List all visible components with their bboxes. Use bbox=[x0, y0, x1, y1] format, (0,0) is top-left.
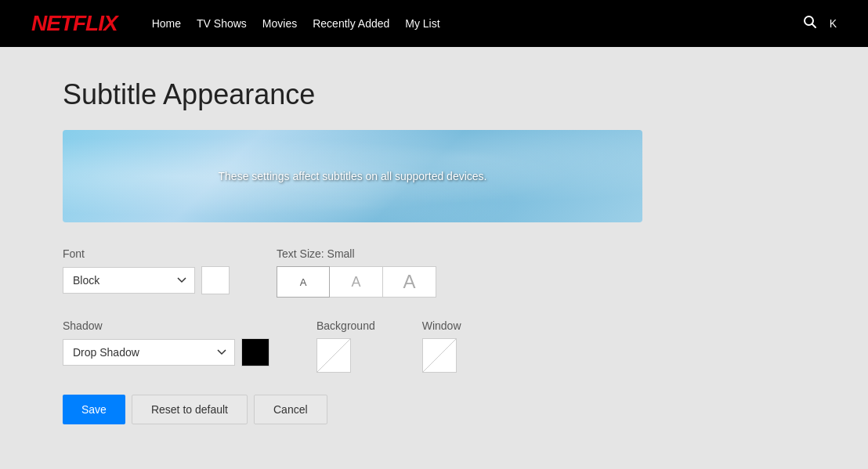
background-label: Background bbox=[316, 319, 375, 332]
font-group: Font Block Arial Helvetica Times New Rom… bbox=[63, 247, 230, 294]
text-size-group: Text Size: Small A A A bbox=[277, 247, 436, 298]
text-size-buttons: A A A bbox=[277, 266, 436, 298]
text-size-small-btn[interactable]: A bbox=[277, 266, 330, 298]
nav-links: Home TV Shows Movies Recently Added My L… bbox=[152, 16, 440, 31]
nav-my-list[interactable]: My List bbox=[405, 17, 439, 30]
svg-line-1 bbox=[812, 23, 816, 27]
shadow-group: Shadow None Raised Depressed Uniform Dro… bbox=[63, 319, 269, 366]
shadow-select[interactable]: None Raised Depressed Uniform Drop Shado… bbox=[63, 339, 235, 366]
save-button[interactable]: Save bbox=[63, 395, 125, 424]
preview-text: These settings affect subtitles on all s… bbox=[219, 170, 487, 182]
text-size-large-label: A bbox=[403, 271, 415, 293]
text-size-small-label: A bbox=[300, 276, 307, 288]
search-button[interactable] bbox=[803, 15, 817, 33]
font-color-swatch[interactable] bbox=[201, 266, 230, 294]
main-nav: Home TV Shows Movies Recently Added My L… bbox=[152, 16, 440, 31]
settings-row-1: Font Block Arial Helvetica Times New Rom… bbox=[63, 247, 805, 298]
netflix-logo: NETFLIX bbox=[31, 11, 118, 36]
text-size-large-btn[interactable]: A bbox=[383, 266, 436, 298]
shadow-label: Shadow bbox=[63, 319, 269, 332]
header-right: K bbox=[803, 15, 837, 33]
nav-recently-added[interactable]: Recently Added bbox=[313, 17, 389, 30]
background-group: Background bbox=[316, 319, 375, 373]
background-color-swatch[interactable] bbox=[316, 338, 351, 373]
settings-row-2: Shadow None Raised Depressed Uniform Dro… bbox=[63, 319, 805, 373]
user-initial: K bbox=[830, 17, 837, 30]
window-color-swatch[interactable] bbox=[422, 338, 457, 373]
text-size-medium-btn[interactable]: A bbox=[330, 266, 383, 298]
preview-box: These settings affect subtitles on all s… bbox=[63, 130, 642, 222]
header: NETFLIX Home TV Shows Movies Recently Ad… bbox=[0, 0, 868, 47]
cancel-button[interactable]: Cancel bbox=[254, 395, 327, 424]
search-icon bbox=[803, 15, 817, 29]
page-title: Subtitle Appearance bbox=[63, 78, 805, 111]
shadow-color-swatch[interactable] bbox=[241, 338, 269, 366]
action-buttons: Save Reset to default Cancel bbox=[63, 395, 805, 424]
main-content: Subtitle Appearance These settings affec… bbox=[0, 47, 868, 456]
shadow-select-row: None Raised Depressed Uniform Drop Shado… bbox=[63, 338, 269, 366]
text-size-label: Text Size: Small bbox=[277, 247, 436, 260]
window-label: Window bbox=[422, 319, 461, 332]
text-size-medium-label: A bbox=[351, 274, 360, 290]
font-select-row: Block Arial Helvetica Times New Roman Co… bbox=[63, 266, 230, 294]
nav-home[interactable]: Home bbox=[152, 17, 181, 30]
reset-button[interactable]: Reset to default bbox=[132, 395, 248, 424]
font-label: Font bbox=[63, 247, 230, 260]
nav-movies[interactable]: Movies bbox=[262, 17, 297, 30]
font-select[interactable]: Block Arial Helvetica Times New Roman Co… bbox=[63, 267, 195, 294]
window-group: Window bbox=[422, 319, 461, 373]
nav-tv-shows[interactable]: TV Shows bbox=[197, 17, 247, 30]
